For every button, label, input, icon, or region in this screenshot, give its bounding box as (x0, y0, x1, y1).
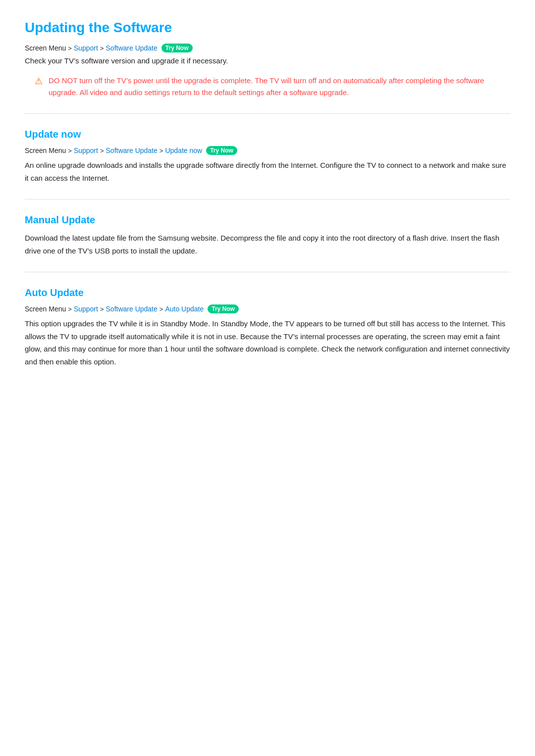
try-now-badge-update-now[interactable]: Try Now (206, 146, 237, 155)
breadcrumb-sep2: > (100, 45, 104, 52)
section-update-now: Update now Screen Menu > Support > Softw… (25, 124, 510, 184)
warning-text: DO NOT turn off the TV’s power until the… (49, 75, 510, 99)
bc-support-3[interactable]: Support (74, 305, 98, 313)
bc-item-3[interactable]: Auto Update (165, 305, 204, 313)
section-auto-update: Auto Update Screen Menu > Support > Soft… (25, 282, 510, 368)
bc-item-1[interactable]: Update now (165, 147, 202, 154)
breadcrumb-screen-menu: Screen Menu (25, 44, 66, 52)
section-title-manual-update: Manual Update (25, 209, 510, 226)
breadcrumb-software-update[interactable]: Software Update (106, 44, 158, 52)
bc-screen-menu-1: Screen Menu (25, 147, 66, 154)
bc-support-1[interactable]: Support (74, 147, 98, 154)
bc-software-update-3[interactable]: Software Update (106, 305, 158, 313)
section-text-auto-update: This option upgrades the TV while it is … (25, 317, 510, 368)
bc-sep2-3: > (100, 305, 104, 313)
section-title-auto-update: Auto Update (25, 282, 510, 299)
warning-box: ⚠ DO NOT turn off the TV’s power until t… (35, 75, 510, 99)
intro-breadcrumb: Screen Menu > Support > Software Update … (25, 44, 510, 52)
section-manual-update: Manual Update Download the latest update… (25, 209, 510, 257)
intro-text: Check your TV’s software version and upg… (25, 56, 510, 65)
section-divider-2 (25, 272, 510, 272)
section-text-update-now: An online upgrade downloads and installs… (25, 159, 510, 184)
section-breadcrumb-auto-update: Screen Menu > Support > Software Update … (25, 304, 510, 313)
breadcrumb-sep1: > (68, 45, 72, 52)
bc-sep1-1: > (68, 147, 72, 154)
bc-screen-menu-3: Screen Menu (25, 305, 66, 313)
section-divider-0 (25, 113, 510, 114)
try-now-badge-intro[interactable]: Try Now (161, 44, 193, 52)
section-breadcrumb-update-now: Screen Menu > Support > Software Update … (25, 146, 510, 155)
section-divider-1 (25, 199, 510, 200)
try-now-badge-auto-update[interactable]: Try Now (208, 304, 239, 313)
bc-sep3-3: > (160, 305, 163, 313)
bc-software-update-1[interactable]: Software Update (106, 147, 158, 154)
breadcrumb-support[interactable]: Support (74, 44, 98, 52)
warning-icon: ⚠ (35, 76, 43, 87)
page-title: Updating the Software (25, 20, 510, 36)
section-text-manual-update: Download the latest update file from the… (25, 232, 510, 257)
bc-sep1-3: > (68, 305, 72, 313)
bc-sep2-1: > (100, 147, 104, 154)
bc-sep3-1: > (160, 147, 163, 154)
section-title-update-now: Update now (25, 124, 510, 140)
